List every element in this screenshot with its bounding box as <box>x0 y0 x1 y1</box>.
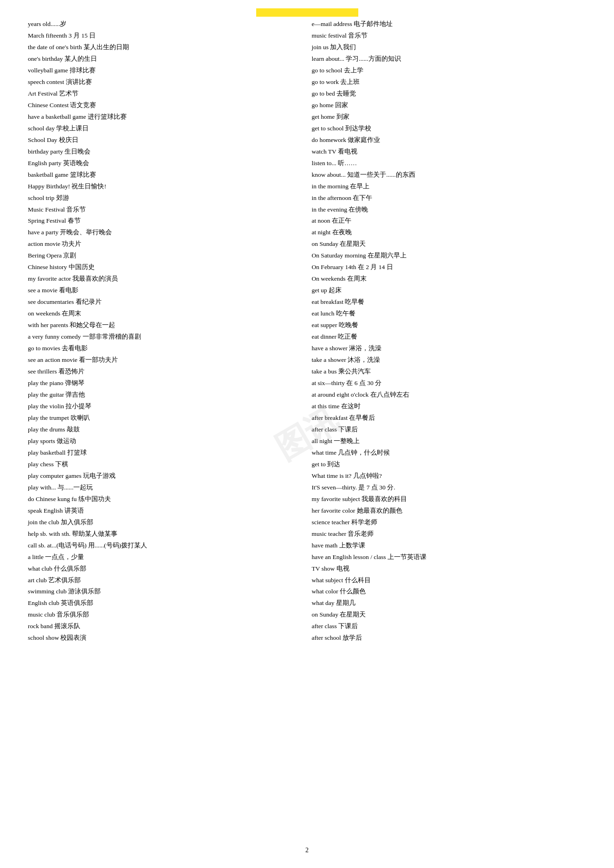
vocab-item: Bering Opera 京剧 <box>28 250 303 262</box>
vocab-item: on Sunday 在星期天 <box>312 238 587 250</box>
vocab-item: play chess 下棋 <box>28 459 303 470</box>
vocab-item: have a basketball game 进行篮球比赛 <box>28 111 303 123</box>
vocab-item: call sb. at...(电话号码) 用......(号码)拨打某人 <box>28 540 303 552</box>
vocab-item: get to school 到达学校 <box>312 123 587 135</box>
vocab-item: after school 放学后 <box>312 632 587 644</box>
vocab-item: eat breakfast 吃早餐 <box>312 296 587 308</box>
vocab-item: have an English lesson / class 上一节英语课 <box>312 552 587 563</box>
vocab-item: On February 14th 在 2 月 14 日 <box>312 262 587 273</box>
vocab-item: school trip 郊游 <box>28 193 303 204</box>
vocab-item: volleyball game 排球比赛 <box>28 65 303 77</box>
vocab-item: eat supper 吃晚餐 <box>312 320 587 331</box>
vocab-item: play the trumpet 吹喇叭 <box>28 412 303 424</box>
vocab-item: learn about... 学习......方面的知识 <box>312 53 587 65</box>
vocab-item: help sb. with sth. 帮助某人做某事 <box>28 528 303 540</box>
page: 图讯 years old......岁March fifteenth 3 月 1… <box>0 0 614 868</box>
vocab-item: basketball game 篮球比赛 <box>28 169 303 181</box>
vocab-item: action movie 功夫片 <box>28 238 303 250</box>
page-number: 2 <box>305 847 309 854</box>
vocab-item: School Day 校庆日 <box>28 135 303 146</box>
vocab-item: listen to... 听…… <box>312 158 587 169</box>
right-column: e—mail address 电子邮件地址music festival 音乐节j… <box>307 19 587 644</box>
vocab-item: in the evening 在傍晚 <box>312 204 587 216</box>
vocab-item: Chinese Contest 语文竞赛 <box>28 100 303 111</box>
vocab-item: English club 英语俱乐部 <box>28 598 303 609</box>
vocab-item: school day 学校上课日 <box>28 123 303 135</box>
vocab-item: at around eight o'clock 在八点钟左右 <box>312 389 587 401</box>
vocab-item: watch TV 看电视 <box>312 146 587 158</box>
vocab-item: rock band 摇滚乐队 <box>28 621 303 632</box>
vocab-item: swimming club 游泳俱乐部 <box>28 586 303 598</box>
vocab-item: art club 艺术俱乐部 <box>28 575 303 586</box>
vocab-item: eat lunch 吃午餐 <box>312 308 587 320</box>
vocab-item: at six—thirty 在 6 点 30 分 <box>312 378 587 389</box>
vocab-item: e—mail address 电子邮件地址 <box>312 19 587 30</box>
vocab-item: in the afternoon 在下午 <box>312 193 587 204</box>
vocab-item: in the morning 在早上 <box>312 181 587 193</box>
content-columns: years old......岁March fifteenth 3 月 15 日… <box>28 19 586 644</box>
vocab-item: On weekends 在周末 <box>312 273 587 285</box>
vocab-item: science teacher 科学老师 <box>312 517 587 528</box>
vocab-item: what color 什么颜色 <box>312 586 587 598</box>
vocab-item: one's birthday 某人的生日 <box>28 53 303 65</box>
vocab-item: see documentaries 看纪录片 <box>28 296 303 308</box>
vocab-item: have math 上数学课 <box>312 540 587 552</box>
vocab-item: take a bus 乘公共汽车 <box>312 366 587 378</box>
vocab-item: TV show 电视 <box>312 563 587 575</box>
vocab-item: Chinese history 中国历史 <box>28 262 303 273</box>
vocab-item: speak English 讲英语 <box>28 505 303 517</box>
vocab-item: have a shower 淋浴，洗澡 <box>312 343 587 354</box>
vocab-item: get up 起床 <box>312 285 587 296</box>
vocab-item: go to school 去上学 <box>312 65 587 77</box>
vocab-item: my favorite actor 我最喜欢的演员 <box>28 273 303 285</box>
vocab-item: all night 一整晚上 <box>312 436 587 447</box>
vocab-item: birthday party 生日晚会 <box>28 146 303 158</box>
vocab-item: see an action movie 看一部功夫片 <box>28 354 303 366</box>
vocab-item: her favorite color 她最喜欢的颜色 <box>312 505 587 517</box>
vocab-item: Music Festival 音乐节 <box>28 204 303 216</box>
vocab-item: Happy Birthday! 祝生日愉快! <box>28 181 303 193</box>
vocab-item: It'S seven—thirty. 是 7 点 30 分. <box>312 482 587 494</box>
vocab-item: go home 回家 <box>312 100 587 111</box>
vocab-item: English party 英语晚会 <box>28 158 303 169</box>
vocab-item: what day 星期几 <box>312 598 587 609</box>
vocab-item: a little 一点点，少量 <box>28 552 303 563</box>
vocab-item: what time 几点钟，什么时候 <box>312 447 587 459</box>
vocab-item: see thrillers 看恐怖片 <box>28 366 303 378</box>
vocab-item: go to movies 去看电影 <box>28 343 303 354</box>
vocab-item: my favorite subject 我最喜欢的科目 <box>312 494 587 505</box>
vocab-item: go to bed 去睡觉 <box>312 88 587 100</box>
vocab-item: music festival 音乐节 <box>312 30 587 42</box>
vocab-item: music teacher 音乐老师 <box>312 528 587 540</box>
vocab-item: with her parents 和她父母在一起 <box>28 320 303 331</box>
vocab-item: speech contest 演讲比赛 <box>28 77 303 88</box>
vocab-item: get to 到达 <box>312 459 587 470</box>
vocab-item: take a shower 沐浴，洗澡 <box>312 354 587 366</box>
vocab-item: after class 下课后 <box>312 621 587 632</box>
vocab-item: Art Festival 艺术节 <box>28 88 303 100</box>
vocab-item: join us 加入我们 <box>312 42 587 53</box>
vocab-item: years old......岁 <box>28 19 303 30</box>
vocab-item: eat dinner 吃正餐 <box>312 331 587 343</box>
vocab-item: a very funny comedy 一部非常滑稽的喜剧 <box>28 331 303 343</box>
vocab-item: What time is it? 几点钟啦? <box>312 470 587 482</box>
vocab-item: at night 在夜晚 <box>312 227 587 238</box>
vocab-item: play the violin 拉小提琴 <box>28 401 303 412</box>
vocab-item: play the guitar 弹吉他 <box>28 389 303 401</box>
vocab-item: the date of one's birth 某人出生的日期 <box>28 42 303 53</box>
vocab-item: play the piano 弹钢琴 <box>28 378 303 389</box>
vocab-item: after class 下课后 <box>312 424 587 436</box>
vocab-item: know about... 知道一些关于......的东西 <box>312 169 587 181</box>
vocab-item: what club 什么俱乐部 <box>28 563 303 575</box>
vocab-item: at this time 在这时 <box>312 401 587 412</box>
left-column: years old......岁March fifteenth 3 月 15 日… <box>28 19 307 644</box>
vocab-item: have a party 开晚会、举行晚会 <box>28 227 303 238</box>
vocab-item: music club 音乐俱乐部 <box>28 609 303 621</box>
vocab-item: see a movie 看电影 <box>28 285 303 296</box>
vocab-item: on Sunday 在星期天 <box>312 609 587 621</box>
vocab-item: get home 到家 <box>312 111 587 123</box>
highlight-bar <box>256 8 358 17</box>
vocab-item: do Chinese kung fu 练中国功夫 <box>28 494 303 505</box>
vocab-item: join the club 加入俱乐部 <box>28 517 303 528</box>
vocab-item: play computer games 玩电子游戏 <box>28 470 303 482</box>
